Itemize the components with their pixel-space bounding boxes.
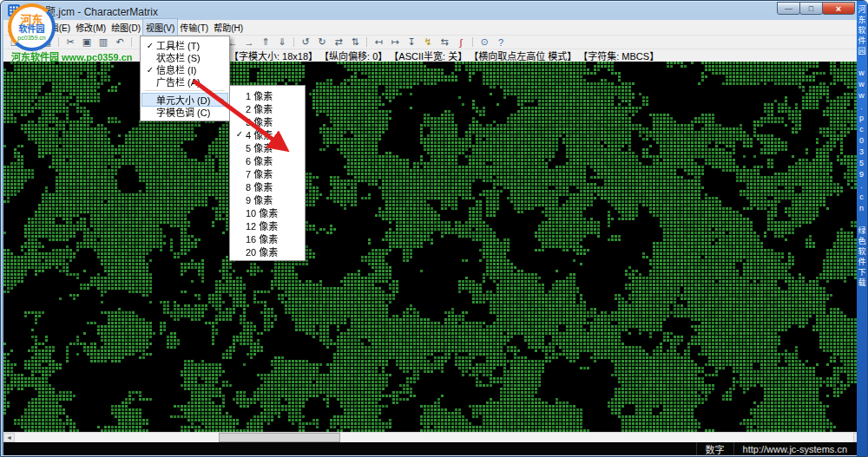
glyph: ▥: [99, 36, 108, 48]
toolbar-button: [366, 37, 367, 47]
watermark-text: 河东软件园 www.pc0359.cn: [11, 49, 133, 63]
minimize-button[interactable]: —: [777, 2, 800, 15]
menu-item-label: 6 像素: [246, 153, 299, 167]
menu-modify[interactable]: 修改(M): [73, 19, 108, 36]
info-item: 【纵向偏移: 0】: [319, 49, 387, 62]
toolbar-button: [472, 37, 473, 47]
maximize-button[interactable]: □: [799, 2, 823, 15]
align-bottom-icon[interactable]: ↧: [404, 36, 419, 49]
glyph: ⇓: [278, 36, 286, 48]
view-menu-cell-size[interactable]: ✓ 单元大小 (D) ▶: [142, 94, 227, 106]
cell-size-9[interactable]: ✓ 9 像素: [232, 193, 303, 206]
cell-size-8[interactable]: ✓ 8 像素: [232, 180, 303, 193]
info-item: 【字模大小: 18x18】: [229, 49, 318, 62]
cell-size-3[interactable]: ✓ 3 像素: [232, 114, 303, 127]
view-menu-statusbar[interactable]: ✓ 状态栏 (S) ▶: [142, 51, 227, 63]
menu-view[interactable]: 视图(V): [143, 19, 177, 36]
cell-size-10[interactable]: ✓ 10 像素: [232, 206, 303, 219]
titlebar[interactable]: 无标题.jcm - CharacterMatrix — □ ×: [1, 1, 867, 20]
status-bar: 数字http://www.jc-systems.cn: [3, 442, 865, 455]
toolbar-button: [293, 37, 294, 47]
copy-icon[interactable]: ▣: [79, 36, 95, 49]
cut-icon[interactable]: ✂: [62, 36, 78, 49]
check-icon: ✓: [144, 65, 156, 75]
menu-item-label: 3 像素: [246, 114, 299, 128]
cell-size-6[interactable]: ✓ 6 像素: [232, 153, 303, 166]
glyph: ⇆: [440, 36, 448, 48]
menu-help[interactable]: 帮助(H): [211, 19, 246, 36]
menu-transfer[interactable]: 传输(T): [177, 19, 211, 36]
cell-size-1[interactable]: ✓ 1 像素: [232, 88, 303, 101]
menu-item-label: 7 像素: [246, 166, 299, 180]
cell-size-20[interactable]: ✓ 20 像素: [232, 245, 303, 258]
glyph: ↦: [391, 36, 398, 48]
scroll-left-button[interactable]: ◄: [3, 433, 15, 442]
app-window: 无标题.jcm - CharacterMatrix — □ × 文件(F)编辑(…: [0, 0, 868, 457]
undo-icon[interactable]: ↶: [112, 36, 128, 49]
glyph: ⇑: [261, 36, 269, 48]
menu-item-label: 字模色调 (C): [156, 105, 224, 119]
align-right-icon[interactable]: ↦: [387, 36, 403, 49]
menu-item-label: 8 像素: [246, 180, 299, 193]
watermark-side-strip: 河东软件园 www.pc0359.cn 绿色软件下载: [857, 1, 867, 456]
move-bottom-icon[interactable]: ⇓: [274, 36, 290, 49]
toolbar-button: [58, 37, 59, 47]
menu-item-label: 20 像素: [246, 245, 299, 258]
horizontal-scrollbar[interactable]: ◄ ►: [3, 432, 865, 442]
toolbar: □▤▦✂▣▥↶✓✎⊞↑↓←→⇑⇓↺↻⇄⇅↤↦↧↯⇆∫⊙?: [3, 36, 865, 49]
menu-item-label: 10 像素: [246, 206, 299, 219]
glyph: →: [245, 37, 254, 48]
cell-size-submenu: ✓ 1 像素 ✓ 2 像素 ✓ 3 像素 ✓ 4 像素: [229, 85, 306, 261]
view-menu-infobar[interactable]: ✓ 信息栏 (I) ▶: [142, 63, 227, 75]
view-menu-dropdown: ✓ 工具栏 (T) ▶ ✓ 状态栏 (S) ▶ ✓ 信息栏 (I) ▶: [140, 36, 230, 121]
help-icon[interactable]: ?: [493, 36, 509, 49]
menu-item-label: 1 像素: [246, 88, 299, 102]
rotate-right-icon[interactable]: ↻: [314, 36, 330, 49]
menu-item-label: 9 像素: [246, 193, 299, 206]
glyph: ⇅: [351, 36, 358, 48]
info-item: 【字符集: MBCS】: [578, 49, 659, 62]
check-icon: ✓: [233, 129, 246, 139]
paste-icon[interactable]: ▥: [95, 36, 111, 49]
glyph: ✂: [66, 36, 74, 48]
cell-size-2[interactable]: ✓ 2 像素: [232, 101, 303, 114]
cell-size-7[interactable]: ✓ 7 像素: [232, 166, 303, 180]
menu-draw[interactable]: 绘图(D): [108, 19, 143, 36]
view-menu-color-tone[interactable]: ✓ 字模色调 (C) ▶: [142, 106, 227, 118]
cell-size-16[interactable]: ✓ 16 像素: [232, 232, 303, 245]
align-left-icon[interactable]: ↤: [371, 36, 386, 49]
watermark-side-text: 河东软件园 www.pc0359.cn 绿色软件下载: [857, 5, 867, 456]
cell-size-4[interactable]: ✓ 4 像素: [232, 127, 303, 140]
lightning-icon[interactable]: ↯: [420, 36, 436, 49]
view-menu-adbar[interactable]: ✓ 广告栏 (A) ▶: [142, 75, 227, 88]
toolbar-button: [131, 37, 132, 47]
submenu-arrow-icon: ▶: [220, 96, 224, 103]
flip-horizontal-icon[interactable]: ⇄: [331, 36, 346, 49]
glyph: ↶: [115, 36, 123, 48]
glyph: ↤: [374, 36, 382, 48]
glyph: ⇄: [334, 36, 342, 48]
menu-item-label: 4 像素: [246, 127, 299, 141]
view-menu-item: ✓ ▶: [145, 90, 225, 91]
glyph: ↧: [407, 36, 415, 48]
glyph: ↺: [301, 36, 309, 48]
menu-item-label: 16 像素: [246, 232, 299, 245]
menu-item-label: 5 像素: [246, 140, 299, 154]
scrollbar-thumb[interactable]: [219, 433, 340, 442]
info-icon[interactable]: ⊙: [477, 36, 492, 49]
shift-right-icon[interactable]: →: [241, 36, 257, 49]
view-menu-toolbar[interactable]: ✓ 工具栏 (T) ▶: [142, 39, 227, 51]
glyph: ∫: [459, 37, 462, 48]
swap-icon[interactable]: ⇆: [437, 36, 452, 49]
cell-size-12[interactable]: ✓ 12 像素: [232, 219, 303, 232]
cell-size-5[interactable]: ✓ 5 像素: [232, 140, 303, 153]
integral-icon[interactable]: ∫: [453, 36, 469, 49]
info-item: 【横向取点左高位 模式】: [469, 49, 576, 62]
matrix-viewport: [3, 62, 865, 432]
flip-vertical-icon[interactable]: ⇅: [347, 36, 363, 49]
matrix-canvas[interactable]: [3, 62, 865, 432]
close-button[interactable]: ×: [822, 2, 855, 15]
rotate-left-icon[interactable]: ↺: [298, 36, 313, 49]
move-top-icon[interactable]: ⇑: [258, 36, 273, 49]
caption-buttons: — □ ×: [778, 2, 855, 15]
